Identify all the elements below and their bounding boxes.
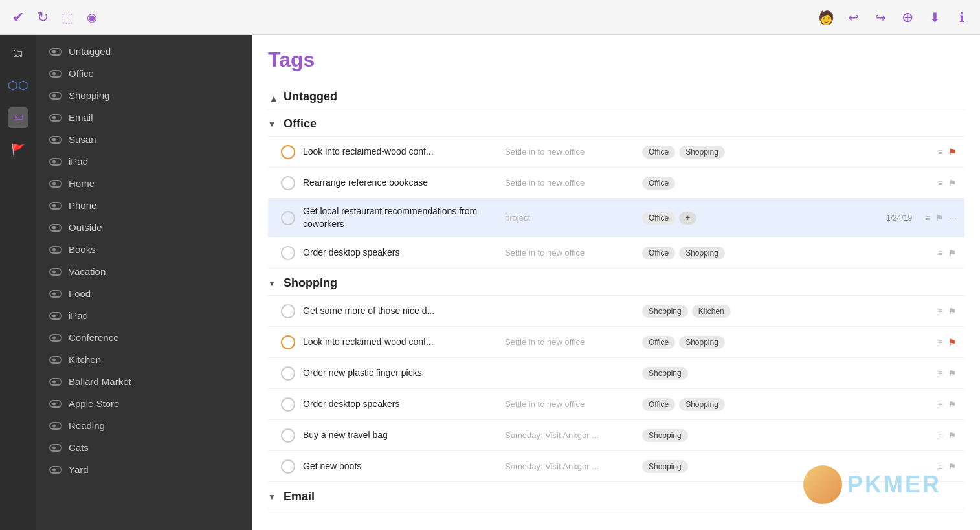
sidebar-item-ipad1[interactable]: iPad	[40, 151, 249, 172]
flag-icon-s5[interactable]: ⚑	[948, 430, 957, 441]
flag-icon-t4[interactable]: ⚑	[948, 248, 957, 258]
tag-shopping[interactable]: Shopping	[679, 146, 725, 159]
sidebar-nav: Untagged Office Shopping Email Susan iPa…	[36, 35, 252, 530]
flag-icon-t1[interactable]: ⚑	[948, 147, 957, 157]
task-actions-s4: ≡ ⚑	[938, 399, 957, 410]
task-checkbox-t1[interactable]	[281, 145, 295, 159]
flag-icon-s3[interactable]: ⚑	[948, 368, 957, 379]
task-row: Get local restaurant recommendations fro…	[268, 199, 964, 237]
task-checkbox-s2[interactable]	[281, 335, 295, 349]
tag-shopping[interactable]: Shopping	[679, 398, 725, 411]
sidebar-flag-icon[interactable]: 🚩	[8, 140, 28, 160]
tag-shopping[interactable]: Shopping	[679, 247, 725, 259]
eye-icon[interactable]: ◉	[84, 10, 100, 25]
flag-icon-s2[interactable]: ⚑	[948, 337, 957, 348]
tag-plus[interactable]: +	[679, 212, 696, 225]
tag-shopping[interactable]: Shopping	[642, 367, 688, 380]
sidebar-item-shopping[interactable]: Shopping	[40, 85, 249, 106]
sidebar-item-vacation[interactable]: Vacation	[40, 261, 249, 282]
tag-icon-apple-store	[49, 400, 62, 408]
task-checkbox-s3[interactable]	[281, 366, 295, 381]
person-icon[interactable]: 🧑	[818, 10, 834, 25]
sidebar-item-ballard-market[interactable]: Ballard Market	[40, 371, 249, 392]
tag-shopping[interactable]: Shopping	[642, 305, 688, 318]
sidebar-tags-icon[interactable]: 🏷	[8, 107, 28, 128]
note-icon-t1[interactable]: ≡	[938, 147, 943, 157]
sidebar-item-food[interactable]: Food	[40, 283, 249, 304]
section-shopping: ▼ Shopping Get some more of those nice d…	[268, 269, 964, 482]
redo-icon[interactable]: ↪	[873, 10, 888, 25]
section-header-office[interactable]: ▼ Office	[268, 109, 964, 137]
task-checkbox-t2[interactable]	[281, 176, 295, 190]
flag-icon-s6[interactable]: ⚑	[948, 461, 957, 472]
more-icon-t3[interactable]: ···	[949, 213, 957, 223]
task-row: Look into reclaimed-wood conf... Settle …	[268, 327, 964, 358]
sidebar-item-apple-store[interactable]: Apple Store	[40, 393, 249, 414]
task-checkbox-t4[interactable]	[281, 246, 295, 260]
flag-icon-s4[interactable]: ⚑	[948, 399, 957, 410]
check-icon[interactable]: ✔	[10, 10, 26, 25]
tag-shopping[interactable]: Shopping	[679, 336, 725, 349]
sidebar-item-phone[interactable]: Phone	[40, 195, 249, 216]
task-project-s2: Settle in to new office	[505, 337, 634, 347]
task-tags-t2: Office	[642, 177, 930, 190]
tag-office[interactable]: Office	[642, 336, 675, 349]
sidebar-item-email[interactable]: Email	[40, 107, 249, 128]
inbox-icon[interactable]: ⬚	[60, 10, 75, 25]
note-icon-s4[interactable]: ≡	[938, 399, 943, 410]
note-icon-t4[interactable]: ≡	[938, 248, 943, 258]
note-icon-s1[interactable]: ≡	[938, 306, 943, 316]
task-project-t4: Settle in to new office	[505, 248, 634, 258]
section-header-shopping[interactable]: ▼ Shopping	[268, 269, 964, 296]
task-project-t2: Settle in to new office	[505, 178, 634, 188]
tag-office[interactable]: Office	[642, 177, 675, 190]
task-checkbox-s1[interactable]	[281, 304, 295, 318]
info-icon[interactable]: ℹ	[954, 10, 970, 25]
tag-office[interactable]: Office	[642, 212, 675, 225]
tag-shopping[interactable]: Shopping	[642, 460, 688, 473]
flag-icon-t3[interactable]: ⚑	[935, 213, 944, 223]
sidebar-item-untagged[interactable]: Untagged	[40, 41, 249, 62]
section-header-email[interactable]: ▼ Email	[268, 482, 964, 509]
sidebar-item-office[interactable]: Office	[40, 63, 249, 84]
sidebar-item-books[interactable]: Books	[40, 239, 249, 260]
note-icon-s2[interactable]: ≡	[938, 337, 943, 348]
section-header-untagged[interactable]: ▶ Untagged	[268, 82, 964, 109]
sidebar-item-kitchen[interactable]: Kitchen	[40, 349, 249, 370]
task-row: Rearrange reference bookcase Settle in t…	[268, 168, 964, 199]
tag-shopping[interactable]: Shopping	[642, 429, 688, 442]
sidebar-label-books: Books	[69, 244, 239, 255]
sync-icon[interactable]: ↻	[35, 10, 50, 25]
main-content: Tags ▶ Untagged ▼ Office Look into recla…	[252, 35, 980, 530]
sidebar-item-cats[interactable]: Cats	[40, 437, 249, 458]
download-icon[interactable]: ⬇	[927, 10, 942, 25]
task-checkbox-t3[interactable]	[281, 211, 295, 225]
task-checkbox-s5[interactable]	[281, 428, 295, 443]
sidebar-item-reading[interactable]: Reading	[40, 415, 249, 436]
tag-office[interactable]: Office	[642, 146, 675, 159]
sidebar-item-ipad2[interactable]: iPad	[40, 305, 249, 326]
note-icon-s5[interactable]: ≡	[938, 430, 943, 441]
note-icon-s6[interactable]: ≡	[938, 461, 943, 472]
sidebar-item-outside[interactable]: Outside	[40, 217, 249, 238]
tag-office[interactable]: Office	[642, 247, 675, 259]
tag-icon-shopping	[49, 92, 62, 100]
sidebar-item-susan[interactable]: Susan	[40, 129, 249, 150]
note-icon-t2[interactable]: ≡	[938, 178, 943, 188]
tag-office[interactable]: Office	[642, 398, 675, 411]
task-checkbox-s6[interactable]	[281, 459, 295, 474]
sidebar-item-home[interactable]: Home	[40, 173, 249, 194]
sidebar-item-yard[interactable]: Yard	[40, 459, 249, 480]
flag-icon-s1[interactable]: ⚑	[948, 306, 957, 316]
sidebar-projects-icon[interactable]: ⬡⬡	[8, 75, 28, 96]
note-icon-s3[interactable]: ≡	[938, 368, 943, 379]
undo-icon[interactable]: ↩	[845, 10, 861, 25]
tag-kitchen[interactable]: Kitchen	[692, 305, 731, 318]
sidebar-label-susan: Susan	[69, 134, 239, 145]
note-icon-t3[interactable]: ≡	[925, 213, 930, 223]
flag-icon-t2[interactable]: ⚑	[948, 178, 957, 188]
task-checkbox-s4[interactable]	[281, 397, 295, 412]
sidebar-item-conference[interactable]: Conference	[40, 327, 249, 348]
sidebar-inbox-icon[interactable]: 🗂	[8, 43, 28, 63]
add-icon[interactable]: ⊕	[900, 10, 915, 25]
